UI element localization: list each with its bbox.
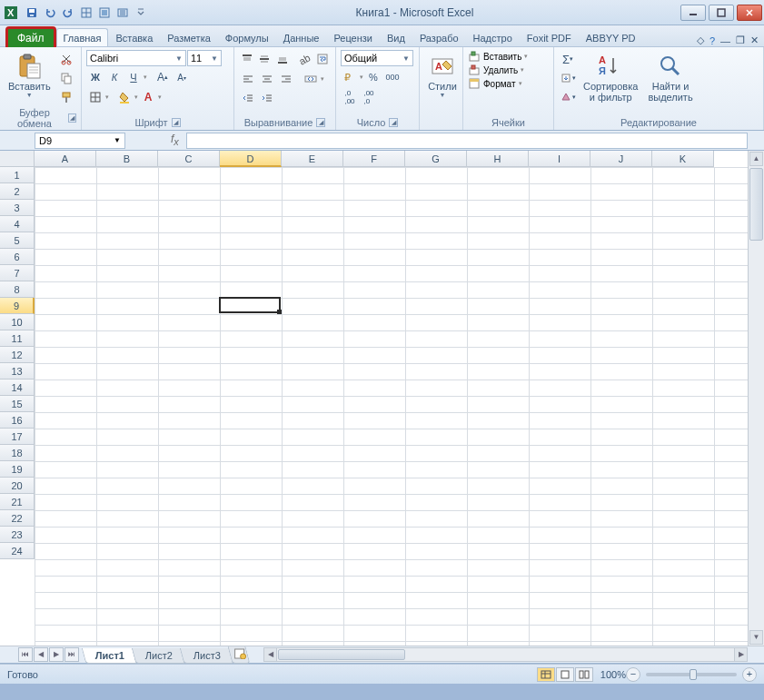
cells-insert-button[interactable]: Вставить▾	[468, 50, 549, 63]
tab-10[interactable]: ABBYY PD	[579, 28, 643, 46]
redo-button[interactable]	[60, 5, 76, 21]
row-header-22[interactable]: 22	[0, 510, 35, 527]
tab-3[interactable]: Формулы	[218, 28, 276, 46]
align-bottom-button[interactable]	[273, 50, 290, 68]
font-name-combo[interactable]: Calibri▼	[86, 50, 186, 66]
tab-file[interactable]: Файл	[5, 26, 56, 47]
sheet-nav-next[interactable]: ▶	[49, 647, 64, 662]
row-header-9[interactable]: 9	[0, 298, 35, 314]
cells-format-button[interactable]: Формат▾	[468, 77, 549, 90]
zoom-slider[interactable]	[646, 673, 737, 676]
tab-0[interactable]: Главная	[56, 28, 109, 46]
row-header-16[interactable]: 16	[0, 412, 35, 429]
row-header-18[interactable]: 18	[0, 445, 35, 461]
row-header-14[interactable]: 14	[0, 380, 35, 396]
sheet-nav-prev[interactable]: ◀	[34, 647, 48, 662]
row-header-12[interactable]: 12	[0, 347, 35, 363]
sheet-tab-1[interactable]: Лист2	[132, 648, 187, 664]
row-header-13[interactable]: 13	[0, 363, 35, 380]
tab-6[interactable]: Вид	[380, 28, 412, 46]
styles-button[interactable]: A Стили ▼	[424, 50, 461, 127]
col-header-G[interactable]: G	[405, 151, 467, 167]
row-header-24[interactable]: 24	[0, 543, 35, 559]
decrease-decimal-button[interactable]: ,00,0	[360, 88, 378, 106]
row-header-5[interactable]: 5	[0, 232, 35, 249]
undo-button[interactable]	[42, 5, 58, 21]
font-dialog-launcher[interactable]: ◢	[172, 118, 181, 127]
underline-button[interactable]: Ч	[124, 68, 143, 86]
clipboard-dialog-launcher[interactable]: ◢	[68, 113, 76, 123]
row-header-3[interactable]: 3	[0, 200, 35, 216]
row-header-21[interactable]: 21	[0, 494, 35, 510]
row-header-10[interactable]: 10	[0, 314, 35, 330]
align-center-button[interactable]	[258, 70, 276, 88]
comma-button[interactable]: 000	[383, 68, 402, 86]
qat-btn-5[interactable]	[96, 5, 113, 21]
horizontal-scrollbar[interactable]: ◀ ▶	[263, 647, 748, 662]
col-header-E[interactable]: E	[282, 151, 343, 167]
select-all-corner[interactable]	[0, 151, 35, 167]
increase-indent-button[interactable]	[258, 90, 276, 108]
col-header-H[interactable]: H	[467, 151, 529, 167]
doc-minimize-icon[interactable]: —	[720, 35, 730, 46]
increase-decimal-button[interactable]: ,0,00	[341, 88, 359, 106]
merge-button[interactable]	[302, 70, 320, 88]
qat-customize[interactable]	[133, 5, 149, 21]
borders-button[interactable]	[86, 88, 104, 106]
format-painter-button[interactable]	[57, 88, 75, 106]
row-header-17[interactable]: 17	[0, 429, 35, 445]
sheet-nav-first[interactable]: ⏮	[18, 647, 33, 662]
zoom-out-button[interactable]: −	[626, 667, 640, 682]
save-button[interactable]	[24, 5, 40, 21]
maximize-button[interactable]	[709, 5, 734, 21]
col-header-K[interactable]: K	[652, 151, 714, 167]
row-header-1[interactable]: 1	[0, 167, 35, 183]
ribbon-minimize-icon[interactable]: ◇	[697, 35, 704, 46]
sheet-tab-2[interactable]: Лист3	[180, 648, 235, 664]
col-header-A[interactable]: A	[35, 151, 96, 167]
currency-button[interactable]: ₽	[341, 68, 359, 86]
scroll-up-button[interactable]: ▲	[749, 152, 763, 166]
row-header-15[interactable]: 15	[0, 396, 35, 412]
col-header-F[interactable]: F	[343, 151, 405, 167]
sheet-tab-0[interactable]: Лист1	[82, 648, 139, 664]
tab-5[interactable]: Рецензи	[326, 28, 380, 46]
font-size-combo[interactable]: 11▼	[187, 50, 222, 66]
number-dialog-launcher[interactable]: ◢	[389, 118, 398, 127]
selected-cell[interactable]	[219, 297, 281, 313]
align-left-button[interactable]	[239, 70, 257, 88]
find-select-button[interactable]: Найти и выделить	[644, 50, 696, 116]
number-format-combo[interactable]: Общий▼	[341, 50, 413, 66]
col-header-J[interactable]: J	[590, 151, 652, 167]
scroll-right-button[interactable]: ▶	[734, 648, 747, 661]
row-header-4[interactable]: 4	[0, 216, 35, 232]
font-color-button[interactable]: A	[139, 88, 157, 106]
formula-input[interactable]	[186, 133, 748, 149]
tab-7[interactable]: Разрабо	[412, 28, 466, 46]
decrease-indent-button[interactable]	[239, 90, 257, 108]
fill-color-button[interactable]	[115, 88, 134, 106]
view-normal-button[interactable]	[537, 667, 555, 682]
italic-button[interactable]: К	[105, 68, 124, 86]
zoom-in-button[interactable]: +	[742, 667, 757, 682]
row-header-6[interactable]: 6	[0, 249, 35, 265]
align-right-button[interactable]	[277, 70, 295, 88]
orientation-button[interactable]: ab	[297, 50, 313, 68]
worksheet-grid[interactable]: ABCDEFGHIJK 1234567891011121314151617181…	[0, 151, 764, 646]
align-middle-button[interactable]	[256, 50, 273, 68]
increase-font-button[interactable]: A▴	[154, 68, 172, 86]
tab-8[interactable]: Надстро	[466, 28, 520, 46]
percent-button[interactable]: %	[364, 68, 382, 86]
scroll-left-button[interactable]: ◀	[264, 648, 277, 661]
col-header-B[interactable]: B	[96, 151, 158, 167]
row-header-2[interactable]: 2	[0, 183, 35, 200]
row-header-23[interactable]: 23	[0, 527, 35, 543]
autosum-button[interactable]: Σ▾	[559, 50, 577, 68]
tab-9[interactable]: Foxit PDF	[520, 28, 579, 46]
qat-btn-4[interactable]	[78, 5, 94, 21]
vscroll-thumb[interactable]	[749, 168, 763, 241]
sort-filter-button[interactable]: АЯ Сортировка и фильтр	[580, 50, 641, 116]
col-header-D[interactable]: D	[220, 151, 282, 167]
copy-button[interactable]	[57, 69, 75, 87]
col-header-I[interactable]: I	[529, 151, 590, 167]
